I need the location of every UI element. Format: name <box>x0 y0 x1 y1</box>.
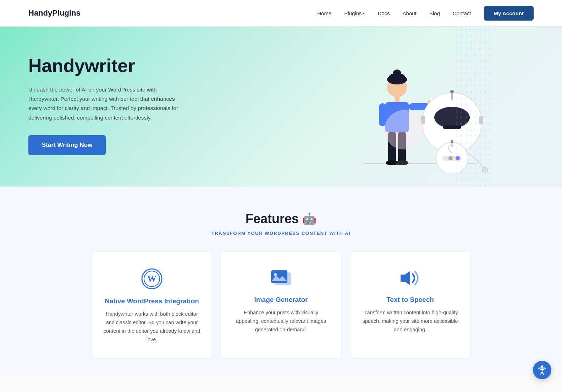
hero-title: Handywriter <box>28 55 184 77</box>
svg-point-27 <box>448 156 453 160</box>
svg-point-4 <box>393 70 401 78</box>
hero-section: Handywriter Unleash the power of AI on y… <box>0 27 562 187</box>
chevron-down-icon: ▾ <box>363 11 365 15</box>
svg-rect-5 <box>395 96 400 103</box>
header: HandyPlugins Home Plugins ▾ Docs About B… <box>0 0 562 27</box>
my-account-button[interactable]: My Account <box>484 6 534 21</box>
svg-rect-24 <box>479 116 483 125</box>
svg-point-16 <box>396 160 408 165</box>
feature-card-speech: Text to Speech Transform written content… <box>350 252 470 359</box>
svg-text:W: W <box>147 274 156 284</box>
svg-point-32 <box>482 167 488 172</box>
wordpress-card-title: Native WordPress Integration <box>103 297 200 305</box>
features-header: Features 🤖 TRANSFORM YOUR WORDPRESS CONT… <box>28 211 534 236</box>
speech-card-title: Text to Speech <box>362 296 459 304</box>
svg-rect-37 <box>271 270 287 283</box>
nav-contact[interactable]: Contact <box>453 10 471 16</box>
hero-content: Handywriter Unleash the power of AI on y… <box>28 48 184 155</box>
image-card-desc: Enhance your posts with visually appeali… <box>232 309 330 334</box>
svg-point-22 <box>450 90 454 93</box>
svg-marker-39 <box>401 271 410 285</box>
wordpress-icon: W <box>103 267 200 290</box>
accessibility-icon <box>537 365 547 373</box>
start-writing-button[interactable]: Start Writing Now <box>28 135 106 155</box>
features-subtitle: TRANSFORM YOUR WORDPRESS CONTENT WITH AI <box>28 231 534 236</box>
nav-home[interactable]: Home <box>317 10 331 16</box>
image-card-title: Image Generator <box>232 296 330 304</box>
svg-point-40 <box>541 365 543 368</box>
svg-point-30 <box>451 140 453 143</box>
hero-description: Unleash the power of AI on your WordPres… <box>28 85 184 122</box>
hero-illustration <box>342 41 491 176</box>
svg-rect-7 <box>379 103 386 126</box>
image-generator-icon <box>232 267 330 289</box>
svg-rect-20 <box>443 126 461 129</box>
nav-docs[interactable]: Docs <box>378 10 390 16</box>
nav-blog[interactable]: Blog <box>429 10 440 16</box>
text-to-speech-icon <box>362 267 459 289</box>
speech-card-desc: Transform written content into high-qual… <box>362 309 459 334</box>
robot-emoji-icon: 🤖 <box>302 212 316 226</box>
main-nav: Home Plugins ▾ Docs About Blog Contact M… <box>317 6 534 21</box>
hero-robot-svg <box>342 41 491 172</box>
svg-point-31 <box>385 110 424 149</box>
features-title: Features 🤖 <box>28 211 534 226</box>
nav-about[interactable]: About <box>403 10 417 16</box>
svg-rect-19 <box>438 114 466 121</box>
svg-point-28 <box>456 156 460 160</box>
feature-card-image: Image Generator Enhance your posts with … <box>221 252 341 359</box>
feature-card-wordpress: W Native WordPress Integration Handywrit… <box>92 252 212 359</box>
wordpress-card-desc: Handywriter works with both block editor… <box>103 310 200 344</box>
logo: HandyPlugins <box>28 9 81 18</box>
features-section: Features 🤖 TRANSFORM YOUR WORDPRESS CONT… <box>0 187 562 373</box>
feature-cards-container: W Native WordPress Integration Handywrit… <box>28 252 534 359</box>
nav-plugins[interactable]: Plugins ▾ <box>344 10 365 16</box>
